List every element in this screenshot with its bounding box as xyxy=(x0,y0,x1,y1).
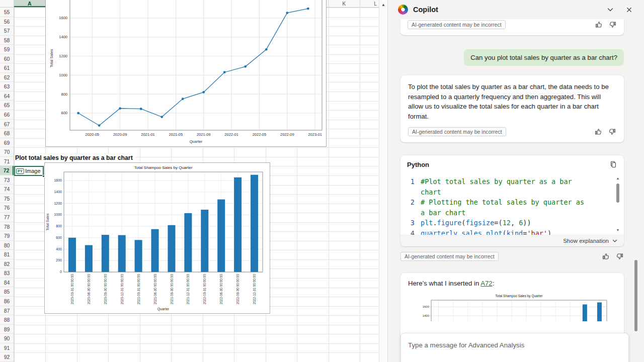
row-header-65[interactable]: 65 xyxy=(0,101,14,110)
code-scroll-down-icon[interactable]: ▼ xyxy=(616,228,620,232)
code-line: 3plt.figure(figsize=(12, 6)) xyxy=(407,218,624,228)
row-header-60[interactable]: 60 xyxy=(0,54,14,64)
bar-chart: 020040060080010001200140016002020-03-31 … xyxy=(45,163,270,313)
row-header-82[interactable]: 82 xyxy=(0,259,14,269)
svg-text:Total Shampoo Sales by Quarter: Total Shampoo Sales by Quarter xyxy=(496,294,543,298)
row-header-87[interactable]: 87 xyxy=(0,306,14,316)
copilot-scrollbar-thumb[interactable] xyxy=(634,260,637,331)
row-header-72[interactable]: 72 xyxy=(0,166,14,175)
thumbs-up-icon[interactable] xyxy=(602,252,610,260)
row-header-91[interactable]: 91 xyxy=(0,343,14,353)
ai-disclaimer: AI-generated content may be incorrect xyxy=(408,127,506,136)
svg-text:2021-09: 2021-09 xyxy=(197,132,211,137)
thumbs-up-icon[interactable] xyxy=(595,21,603,29)
row-header-63[interactable]: 63 xyxy=(0,82,14,92)
selected-cell-a72[interactable]: PY Image xyxy=(14,166,44,176)
row-header-71[interactable]: 71 xyxy=(0,157,14,166)
copilot-title: Copilot xyxy=(413,6,438,14)
row-header-59[interactable]: 59 xyxy=(0,45,14,54)
row-header-68[interactable]: 68 xyxy=(0,129,14,138)
svg-text:1400: 1400 xyxy=(59,35,67,39)
ai-disclaimer: AI-generated content may be incorrect xyxy=(400,252,499,261)
code-scroll-up-icon[interactable]: ▲ xyxy=(616,176,620,180)
row-header-90[interactable]: 90 xyxy=(0,334,14,343)
row-header-84[interactable]: 84 xyxy=(0,278,14,288)
svg-text:2022-09-30 00:00:00: 2022-09-30 00:00:00 xyxy=(236,274,239,305)
row-header-70[interactable]: 70 xyxy=(0,147,14,157)
line-chart-object[interactable]: 60080010001200140016002020-052020-092021… xyxy=(45,0,327,147)
copy-code-icon[interactable] xyxy=(609,160,617,168)
bar-chart-object[interactable]: 020040060080010001200140016002020-03-31 … xyxy=(44,162,270,314)
svg-text:800: 800 xyxy=(61,92,67,97)
svg-text:2020-03-31 00:00:00: 2020-03-31 00:00:00 xyxy=(70,274,74,305)
svg-text:400: 400 xyxy=(56,247,62,251)
row-header-69[interactable]: 69 xyxy=(0,138,14,148)
row-header-77[interactable]: 77 xyxy=(0,213,14,222)
code-line-number: 2 xyxy=(407,197,415,218)
thumbs-down-icon[interactable] xyxy=(609,21,617,29)
inserted-text-suffix: : xyxy=(493,280,495,287)
row-header-92[interactable]: 92 xyxy=(0,352,14,362)
svg-text:2020-09-30 00:00:00: 2020-09-30 00:00:00 xyxy=(104,274,107,305)
line-chart: 60080010001200140016002020-052020-092021… xyxy=(46,0,326,147)
row-header-67[interactable]: 67 xyxy=(0,120,14,129)
row-header-81[interactable]: 81 xyxy=(0,250,14,259)
thumbs-up-icon[interactable] xyxy=(594,128,602,136)
row-header-56[interactable]: 56 xyxy=(0,17,14,27)
inserted-chart-preview[interactable]: 02004006008001000120014001600Total Shamp… xyxy=(408,293,616,321)
row-header-76[interactable]: 76 xyxy=(0,203,14,213)
row-header-75[interactable]: 75 xyxy=(0,194,14,204)
row-header-80[interactable]: 80 xyxy=(0,241,14,250)
copilot-conversation: AI-generated content may be incorrect Ca… xyxy=(388,19,644,362)
fill-handle[interactable] xyxy=(42,175,45,177)
row-header-74[interactable]: 74 xyxy=(0,185,14,194)
row-header-61[interactable]: 61 xyxy=(0,63,14,73)
code-line-number: 3 xyxy=(407,218,415,228)
row-header-64[interactable]: 64 xyxy=(0,92,14,101)
cell-a71-prompt-text[interactable]: Plot total sales by quarter as a bar cha… xyxy=(15,154,136,161)
row-header-89[interactable]: 89 xyxy=(0,325,14,334)
row-header-83[interactable]: 83 xyxy=(0,268,14,278)
svg-text:2021-12-31 00:00:00: 2021-12-31 00:00:00 xyxy=(186,274,190,305)
row-header-58[interactable]: 58 xyxy=(0,36,14,45)
row-header-66[interactable]: 66 xyxy=(0,110,14,120)
inserted-cell-link[interactable]: A72 xyxy=(480,280,492,287)
code-lines[interactable]: 1#Plot total sales by quarter as a bar c… xyxy=(400,174,624,235)
svg-text:1400: 1400 xyxy=(54,190,62,194)
code-line: 1#Plot total sales by quarter as a bar c… xyxy=(407,176,624,197)
svg-text:1600: 1600 xyxy=(423,305,430,308)
svg-text:2021-05: 2021-05 xyxy=(169,132,183,137)
chevron-down-icon xyxy=(612,238,618,244)
select-all-corner[interactable] xyxy=(0,0,14,7)
svg-text:1400: 1400 xyxy=(423,314,430,317)
column-header-A[interactable]: A xyxy=(14,0,46,7)
svg-text:2023-01: 2023-01 xyxy=(308,132,322,137)
row-header-55[interactable]: 55 xyxy=(0,8,14,17)
code-scroll-thumb[interactable] xyxy=(616,184,619,203)
column-header-L[interactable]: L xyxy=(360,0,379,7)
assistant-response-card: To plot the total sales by quarter as a … xyxy=(400,75,624,142)
row-header-79[interactable]: 79 xyxy=(0,231,14,241)
app: ABCDEFGHIJKL 555657585960616263646566676… xyxy=(0,0,644,362)
copilot-input[interactable] xyxy=(401,333,628,357)
row-header-86[interactable]: 86 xyxy=(0,297,14,306)
code-line-number: 1 xyxy=(407,176,415,197)
row-header-57[interactable]: 57 xyxy=(0,26,14,36)
close-icon[interactable] xyxy=(625,6,633,14)
row-header-62[interactable]: 62 xyxy=(0,73,14,82)
excel-vertical-scrollbar[interactable]: ▲ xyxy=(379,0,387,362)
row-header-78[interactable]: 78 xyxy=(0,222,14,232)
svg-text:1200: 1200 xyxy=(59,54,67,58)
row-header-85[interactable]: 85 xyxy=(0,287,14,297)
collapse-chevron-icon[interactable] xyxy=(606,6,614,14)
row-header-88[interactable]: 88 xyxy=(0,315,14,325)
scroll-up-icon[interactable]: ▲ xyxy=(379,3,387,7)
row-header-73[interactable]: 73 xyxy=(0,175,14,185)
code-line-text: #Plot total sales by quarter as a bar ch… xyxy=(421,176,592,197)
thumbs-down-icon[interactable] xyxy=(616,252,624,260)
row-headers: 5556575859606162636465666768697071727374… xyxy=(0,8,14,362)
thumbs-down-icon[interactable] xyxy=(608,128,616,136)
code-line-number: 4 xyxy=(407,228,415,235)
column-header-K[interactable]: K xyxy=(329,0,360,7)
show-explanation-button[interactable]: Show explanation xyxy=(400,235,624,246)
